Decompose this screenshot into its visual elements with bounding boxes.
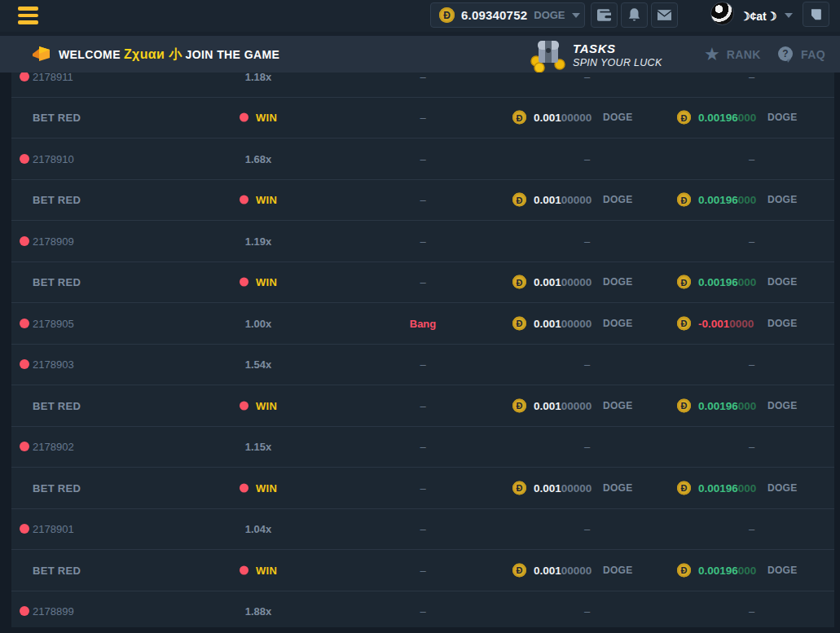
profit-currency: DOGE	[767, 112, 798, 123]
tasks-title[interactable]: TASKS	[573, 42, 616, 55]
doge-coin-icon: Đ	[512, 111, 526, 125]
bet-currency: DOGE	[603, 400, 633, 411]
empty-status: –	[370, 276, 476, 288]
game-id: 2178905	[33, 317, 74, 329]
doge-coin-icon: Đ	[512, 316, 526, 330]
doge-coin-icon: Đ	[512, 275, 526, 289]
game-id: 2178899	[33, 605, 74, 618]
bet-amount: 0.00100000	[534, 317, 592, 329]
profit-amount-main: 0.00196	[698, 481, 738, 494]
bet-label: BET RED	[33, 194, 81, 206]
bet-amount: 0.00100000	[534, 276, 592, 288]
bet-amount-muted: 00000	[561, 112, 592, 124]
bet-currency: DOGE	[603, 565, 633, 576]
bet-amount: 0.00100000	[534, 194, 592, 206]
game-id: 2178903	[33, 358, 74, 371]
top-bar: Đ 6.09340752 DOGE ☽¢at☽	[0, 0, 840, 36]
game-id: 2178902	[33, 441, 74, 453]
chevron-down-icon	[785, 13, 793, 18]
profit-amount-main: 0.00196	[698, 112, 738, 124]
result-dot-icon	[20, 442, 29, 451]
game-row[interactable]: 21789021.15x–––	[11, 427, 834, 468]
profit-amount-muted: 000	[738, 194, 757, 206]
announcement-banner: WELCOMEZχuαи 小JOIN THE GAME TASKS SPIN Y…	[0, 36, 840, 73]
doge-coin-icon: Đ	[677, 563, 691, 577]
doge-coin-icon: Đ	[512, 193, 526, 207]
empty-bet: –	[572, 358, 602, 371]
empty-profit: –	[737, 605, 767, 618]
win-dot-icon	[240, 113, 248, 122]
help-icon: ?	[776, 46, 794, 64]
status-win-group: WIN	[205, 564, 311, 576]
empty-status: –	[370, 235, 476, 247]
bet-label: BET RED	[33, 564, 81, 576]
empty-bet: –	[572, 441, 602, 453]
avatar[interactable]	[710, 2, 734, 25]
faq-button[interactable]: ? FAQ	[776, 36, 825, 73]
win-dot-icon	[240, 278, 248, 287]
doge-coin-icon: Đ	[512, 563, 526, 577]
balance-selector[interactable]: Đ 6.09340752 DOGE	[430, 2, 585, 28]
win-dot-icon	[240, 483, 248, 492]
game-row[interactable]: 21789091.19x–––	[11, 221, 834, 262]
game-row[interactable]: 21789031.54x–––	[11, 345, 834, 386]
status-win: WIN	[256, 564, 277, 576]
bet-amount-main: 0.001	[534, 112, 561, 124]
game-row[interactable]: 21789101.68x–––	[11, 138, 834, 180]
profit-amount-muted: 000	[738, 399, 757, 411]
wallet-button[interactable]	[591, 2, 618, 28]
profit-amount-main: 0.00196	[698, 564, 738, 576]
game-id: 2178909	[33, 235, 74, 247]
svg-text:?: ?	[782, 48, 788, 59]
empty-profit: –	[737, 358, 767, 371]
profit-amount: 0.00196000	[698, 564, 756, 576]
tasks-subtitle[interactable]: SPIN YOUR LUCK	[573, 57, 662, 68]
messages-button[interactable]	[651, 2, 678, 28]
chevron-down-icon	[572, 13, 580, 18]
top-username[interactable]: ☽¢at☽	[740, 10, 776, 23]
chat-toggle-button[interactable]	[803, 2, 829, 27]
profit-amount: 0.00196000	[698, 194, 756, 206]
game-row[interactable]: 21789051.00xBangĐ0.00100000DOGEĐ-0.00100…	[11, 303, 834, 345]
bet-amount-main: 0.001	[534, 276, 561, 288]
profit-amount-muted: 0000	[729, 317, 754, 329]
empty-status: –	[370, 564, 476, 576]
doge-coin-icon: Đ	[677, 111, 691, 125]
bet-amount-muted: 00000	[561, 194, 592, 206]
bet-amount-muted: 00000	[561, 276, 592, 288]
bet-amount: 0.00100000	[534, 564, 592, 576]
empty-status: –	[370, 73, 476, 82]
profit-amount: 0.00196000	[698, 112, 756, 124]
bet-currency: DOGE	[603, 318, 633, 329]
empty-status: –	[370, 112, 476, 124]
game-row[interactable]: 21789011.04x–––	[11, 509, 834, 551]
empty-profit: –	[737, 441, 767, 453]
profit-amount-muted: 000	[738, 564, 757, 576]
mail-icon	[657, 10, 671, 20]
win-dot-icon	[240, 401, 248, 410]
profit-currency: DOGE	[767, 318, 798, 329]
rank-button[interactable]: ★ RANK	[704, 36, 761, 73]
empty-bet: –	[572, 523, 602, 535]
empty-bet: –	[572, 235, 602, 247]
hamburger-menu-button[interactable]	[18, 7, 38, 24]
empty-profit: –	[737, 235, 767, 247]
doge-coin-icon: Đ	[677, 316, 691, 330]
doge-coin-icon: Đ	[677, 275, 691, 289]
bet-row: BET REDWIN–Đ0.00100000DOGEĐ0.00196000DOG…	[11, 180, 834, 222]
doge-coin-icon: Đ	[512, 481, 526, 495]
tasks-chest-icon[interactable]	[526, 33, 569, 76]
status-win-group: WIN	[205, 399, 311, 411]
game-row[interactable]: 21788991.88x–––	[11, 591, 834, 628]
notifications-button[interactable]	[621, 2, 648, 28]
empty-status: –	[370, 481, 476, 494]
doge-coin-icon: Đ	[677, 193, 691, 207]
empty-profit: –	[737, 152, 767, 165]
bell-icon	[628, 8, 640, 22]
game-row[interactable]: 21789111.18x–––	[11, 73, 834, 98]
bet-amount-main: 0.001	[534, 317, 561, 329]
empty-status: –	[370, 605, 476, 618]
star-icon: ★	[704, 46, 720, 64]
profit-amount-muted: 000	[738, 276, 757, 288]
empty-status: –	[370, 358, 476, 371]
